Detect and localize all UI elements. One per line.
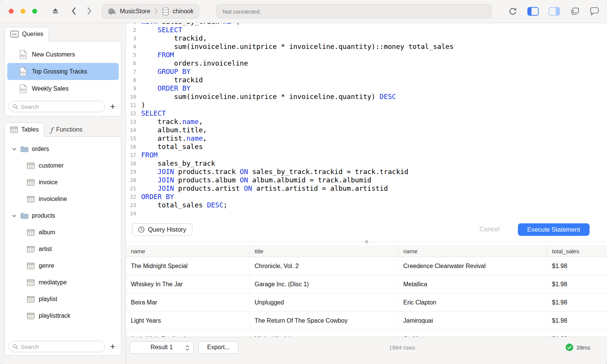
line-number: 17 — [126, 151, 136, 159]
sql-editor[interactable]: 1WITH sales_by_track AS (2 SELECT3 track… — [126, 23, 607, 219]
code-line[interactable]: 5 FROM — [126, 51, 607, 59]
result-selector-label: Result 1 — [151, 344, 173, 351]
code-line[interactable]: 24 — [126, 209, 607, 218]
tree-item-customer[interactable]: customer — [7, 157, 119, 174]
toggle-left-sidebar-icon[interactable] — [527, 7, 539, 16]
tree-item-playlisttrack[interactable]: playlisttrack — [7, 308, 119, 324]
code-line[interactable]: 14 album.title, — [126, 126, 607, 134]
code-line[interactable]: 22ORDER BY — [126, 193, 607, 201]
window-controls — [9, 9, 37, 14]
code-line[interactable]: 1WITH sales_by_track AS ( — [126, 23, 607, 26]
refresh-icon[interactable] — [508, 7, 517, 16]
line-number: 8 — [126, 76, 136, 84]
query-history-button[interactable]: Query History — [132, 223, 192, 236]
table-row[interactable]: Whiskey In The JarGarage Inc. (Disc 1)Me… — [126, 275, 607, 293]
code-line[interactable]: 16 total_sales — [126, 143, 607, 151]
code-line[interactable]: 12SELECT — [126, 109, 607, 118]
code-line[interactable]: 3 trackid, — [126, 34, 607, 42]
code-line[interactable]: 17FROM — [126, 151, 607, 159]
code-line[interactable]: 19 JOIN products.track ON sales_by_track… — [126, 168, 607, 176]
code-line[interactable]: 23 total_sales DESC; — [126, 201, 607, 209]
code-line[interactable]: 18 sales_by_track — [126, 159, 607, 168]
results-splitter[interactable] — [126, 240, 607, 245]
add-query-button[interactable]: + — [108, 102, 118, 111]
chevron-down-icon[interactable] — [12, 147, 17, 152]
tree-item-label: customer — [39, 162, 64, 169]
column-header[interactable]: title — [250, 245, 398, 257]
code-line[interactable]: 11) — [126, 101, 607, 109]
code-text: total_sales — [136, 143, 203, 151]
tree-item-orders[interactable]: orders — [7, 141, 119, 157]
back-button[interactable] — [71, 7, 76, 15]
tree-item-invoice[interactable]: invoice — [7, 174, 119, 191]
tree-item-mediatype[interactable]: mediatype — [7, 274, 119, 291]
line-number: 10 — [126, 93, 136, 101]
eject-icon[interactable] — [52, 8, 59, 14]
cell: Unplugged — [250, 293, 398, 311]
table-row[interactable]: Beira MarUnpluggedEric Clapton$1.98 — [126, 293, 607, 312]
sidebar-item-weekly-sales[interactable]: SQLWeekly Sales — [7, 80, 119, 97]
export-button[interactable]: Export... — [198, 341, 239, 354]
code-line[interactable]: 20 JOIN products.album ON album.albumid … — [126, 176, 607, 184]
chevron-down-icon[interactable] — [12, 213, 17, 218]
code-line[interactable]: 21 JOIN products.artist ON artist.artist… — [126, 184, 607, 193]
editor-footer: Query History Cancel Execute Statement — [126, 219, 607, 240]
splitter-handle[interactable] — [365, 240, 368, 243]
cell: Metallica — [398, 275, 547, 293]
sidebar-item-new-customers[interactable]: SQLNew Customers — [7, 46, 119, 63]
column-header[interactable]: name — [398, 245, 547, 257]
add-table-button[interactable]: + — [108, 342, 118, 351]
table-row[interactable]: Light YearsThe Return Of The Space Cowbo… — [126, 312, 607, 330]
tree-item-invoiceline[interactable]: invoiceline — [7, 191, 119, 207]
tab-tables[interactable]: Tables — [5, 122, 44, 137]
cell: $1.98 — [547, 275, 607, 293]
cell: Whiskey In The Jar — [126, 275, 250, 293]
duration-label: 39ms — [576, 344, 590, 351]
code-line[interactable]: 13 track.name, — [126, 118, 607, 126]
tree-item-genre[interactable]: genre — [7, 257, 119, 274]
tab-functions[interactable]: ƒ Functions — [44, 122, 88, 137]
result-selector[interactable]: Result 1 — [130, 341, 193, 354]
breadcrumb-connection[interactable]: MusicStore — [107, 7, 150, 16]
tabs-overview-icon[interactable] — [570, 7, 580, 16]
code-line[interactable]: 6 orders.invoiceline — [126, 59, 607, 67]
breadcrumb-database[interactable]: chinook — [162, 7, 193, 16]
forward-button[interactable] — [87, 7, 92, 15]
cancel-button[interactable]: Cancel — [477, 225, 502, 234]
tree-item-artist[interactable]: artist — [7, 241, 119, 257]
code-line[interactable]: 7 GROUP BY — [126, 67, 607, 76]
code-text — [136, 209, 141, 218]
query-item-label: Weekly Sales — [32, 85, 69, 92]
queries-search-row: + — [7, 101, 119, 112]
code-line[interactable]: 9 ORDER BY — [126, 84, 607, 93]
close-window-button[interactable] — [9, 9, 14, 14]
column-header[interactable]: name — [126, 245, 250, 257]
cell: $1.98 — [547, 330, 607, 337]
tree-item-label: artist — [39, 246, 52, 253]
code-line[interactable]: 2 SELECT — [126, 26, 607, 34]
code-line[interactable]: 15 artist.name, — [126, 134, 607, 143]
tree-item-products[interactable]: products — [7, 207, 119, 224]
table-row[interactable]: Ando Meio DesligadoMinha HistóriaOs Muta… — [126, 330, 607, 337]
queries-search-input[interactable] — [8, 101, 105, 112]
code-line[interactable]: 8 trackid — [126, 76, 607, 84]
table-row[interactable]: The Midnight SpecialChronicle, Vol. 2Cre… — [126, 257, 607, 275]
column-header[interactable]: total_sales — [547, 245, 607, 257]
feedback-bubble-icon[interactable] — [590, 7, 599, 16]
code-text: trackid — [136, 76, 203, 84]
minimize-window-button[interactable] — [20, 9, 25, 14]
tab-queries[interactable]: SQL Queries — [5, 27, 49, 41]
sidebar-item-top-grossing-tracks[interactable]: SQLTop Grossing Tracks — [7, 63, 119, 80]
tree-item-album[interactable]: album — [7, 224, 119, 241]
code-line[interactable]: 10 sum(invoiceline.unitprice * invoiceli… — [126, 93, 607, 101]
code-line[interactable]: 4 sum(invoiceline.unitprice * invoicelin… — [126, 42, 607, 51]
code-text: sum(invoiceline.unitprice * invoiceline.… — [136, 93, 396, 101]
toggle-right-sidebar-icon[interactable] — [549, 7, 560, 16]
zoom-window-button[interactable] — [32, 9, 37, 14]
connection-status-field[interactable]: Not connected. — [216, 4, 492, 19]
tables-search-input[interactable] — [8, 341, 105, 352]
execute-statement-button[interactable]: Execute Statement — [518, 223, 590, 236]
cell: Garage Inc. (Disc 1) — [250, 275, 398, 293]
tree-item-playlist[interactable]: playlist — [7, 291, 119, 308]
row-count: 1984 rows — [244, 344, 561, 351]
